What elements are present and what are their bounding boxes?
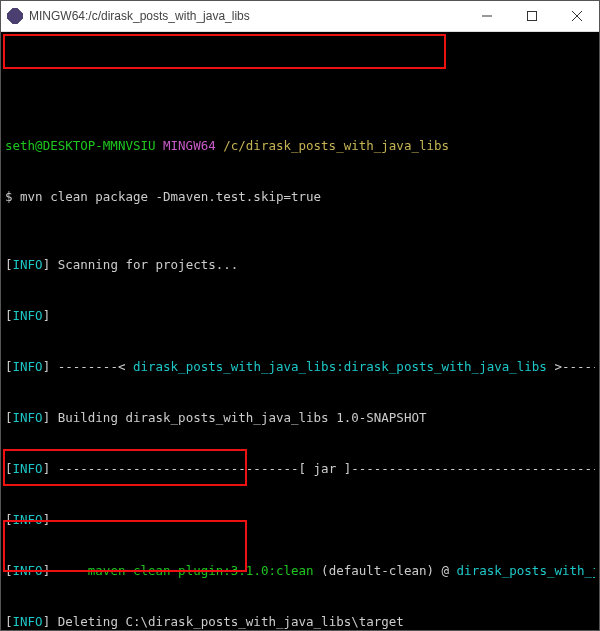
log-line: [INFO] --------------------------------[…	[5, 460, 595, 477]
log-line: [INFO]	[5, 511, 595, 528]
terminal[interactable]: seth@DESKTOP-MMNVSIU MINGW64 /c/dirask_p…	[1, 32, 599, 630]
log-line: [INFO]	[5, 307, 595, 324]
maximize-button[interactable]	[509, 1, 554, 31]
log-line: [INFO] Building dirask_posts_with_java_l…	[5, 409, 595, 426]
command-line: $ mvn clean package -Dmaven.test.skip=tr…	[5, 188, 595, 205]
window-buttons	[464, 1, 599, 31]
prompt-user: seth@DESKTOP-MMNVSIU	[5, 138, 156, 153]
title-left: MINGW64:/c/dirask_posts_with_java_libs	[1, 8, 250, 24]
close-button[interactable]	[554, 1, 599, 31]
prompt-path: /c/dirask_posts_with_java_libs	[223, 138, 449, 153]
highlight-command	[3, 34, 446, 69]
titlebar: MINGW64:/c/dirask_posts_with_java_libs	[1, 1, 599, 32]
log-line: [INFO] --------< dirask_posts_with_java_…	[5, 358, 595, 375]
prompt-line-1: seth@DESKTOP-MMNVSIU MINGW64 /c/dirask_p…	[5, 137, 595, 154]
log-line: [INFO] Scanning for projects...	[5, 256, 595, 273]
window-title: MINGW64:/c/dirask_posts_with_java_libs	[29, 9, 250, 23]
command-text: mvn clean package -Dmaven.test.skip=true	[20, 189, 321, 204]
svg-rect-3	[527, 12, 536, 21]
window: MINGW64:/c/dirask_posts_with_java_libs s…	[0, 0, 600, 631]
prompt-env: MINGW64	[163, 138, 216, 153]
minimize-button[interactable]	[464, 1, 509, 31]
svg-rect-0	[7, 8, 23, 24]
log-line: [INFO] Deleting C:\dirask_posts_with_jav…	[5, 613, 595, 630]
gitbash-icon	[7, 8, 23, 24]
prompt-sigil: $	[5, 189, 13, 204]
log-line: [INFO] --- maven-clean-plugin:3.1.0:clea…	[5, 562, 595, 579]
